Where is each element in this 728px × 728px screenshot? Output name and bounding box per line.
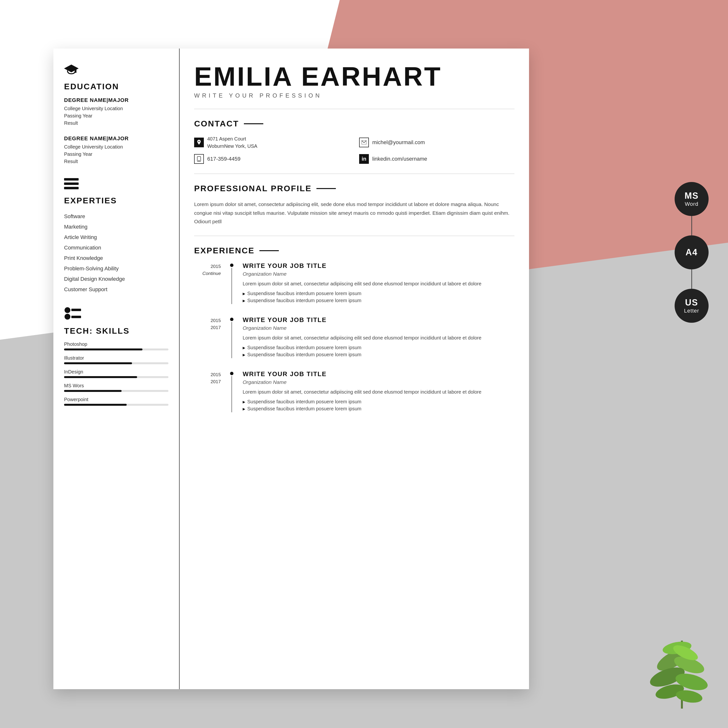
exp-3-bullet-1: Suspendisse faucibus interdum posuere lo… bbox=[243, 398, 514, 405]
skill-photoshop-fill bbox=[64, 349, 142, 350]
tech-skills-title: TECH: SKILLS bbox=[64, 326, 168, 336]
exp-1-timeline bbox=[228, 262, 236, 304]
exp-1-line bbox=[231, 268, 232, 304]
exp-3-org: Organization Name bbox=[243, 379, 514, 385]
expertise-icon bbox=[64, 177, 168, 193]
exp-1-date: 2015 Continue bbox=[194, 262, 221, 304]
exp-1-org: Organization Name bbox=[243, 271, 514, 277]
experience-entry-1: 2015 Continue WRITE YOUR JOB TITLE Organ… bbox=[194, 262, 514, 304]
exp-1-bullet-2: Suspendisse faucibus interdum posuere lo… bbox=[243, 297, 514, 304]
contact-linkedin-text: linkedin.com/username bbox=[372, 156, 427, 162]
badges-column: MS Word A4 US Letter bbox=[674, 182, 708, 323]
degree-1-year: Passing Year bbox=[64, 112, 168, 119]
svg-rect-8 bbox=[71, 316, 81, 318]
degree-2-name: DEGREE NAME|MAJOR bbox=[64, 135, 168, 142]
exp-2-title: WRITE YOUR JOB TITLE bbox=[243, 316, 514, 324]
expertise-item-1: Software bbox=[64, 211, 168, 222]
svg-rect-7 bbox=[71, 309, 81, 311]
skill-powerpoint-label: Powerpoint bbox=[64, 397, 168, 402]
skill-photoshop: Photoshop bbox=[64, 341, 168, 350]
exp-3-dot bbox=[230, 372, 234, 375]
svg-rect-3 bbox=[64, 182, 79, 185]
skill-msword-fill bbox=[64, 390, 122, 392]
degree-2-result: Result bbox=[64, 158, 168, 165]
skill-indesign-fill bbox=[64, 376, 137, 378]
expertise-item-5: Print Knowledge bbox=[64, 253, 168, 263]
skill-powerpoint: Powerpoint bbox=[64, 397, 168, 406]
exp-2-date: 2015 2017 bbox=[194, 316, 221, 358]
divider-1 bbox=[194, 109, 514, 109]
exp-2-line bbox=[231, 322, 232, 358]
experience-title: EXPERIENCE bbox=[194, 246, 514, 255]
address-icon bbox=[194, 138, 204, 147]
plant-decoration bbox=[641, 616, 723, 708]
degree-1-location: College University Location bbox=[64, 105, 168, 112]
badge-us-letter: US Letter bbox=[674, 289, 708, 323]
expertise-item-4: Communication bbox=[64, 242, 168, 253]
badge-ms-word: MS Word bbox=[674, 182, 708, 216]
skill-illustrator-bar bbox=[64, 362, 168, 364]
skill-illustrator-fill bbox=[64, 362, 132, 364]
contact-address-text: 4071 Aspen Court WoburnNew York, USA bbox=[207, 135, 257, 150]
profile-section: PROFESSIONAL PROFILE Lorem ipsum dolor s… bbox=[194, 184, 514, 226]
skill-msword-label: MS Wors bbox=[64, 383, 168, 388]
exp-3-bullet-2: Suspendisse faucibus interdum posuere lo… bbox=[243, 405, 514, 412]
exp-2-desc: Lorem ipsum dolor sit amet, consectetur … bbox=[243, 334, 514, 342]
profile-text: Lorem ipsum dolor sit amet, consectetur … bbox=[194, 200, 514, 226]
exp-3-date: 2015 2017 bbox=[194, 370, 221, 412]
resume-card: EDUCATION DEGREE NAME|MAJOR College Univ… bbox=[54, 49, 529, 689]
education-icon bbox=[64, 63, 168, 79]
linkedin-icon: in bbox=[359, 154, 369, 164]
expertise-item-3: Article Writing bbox=[64, 232, 168, 242]
expertise-list: Software Marketing Article Writing Commu… bbox=[64, 211, 168, 295]
profile-title-line bbox=[317, 188, 336, 189]
exp-1-desc: Lorem ipsum dolor sit amet, consectetur … bbox=[243, 280, 514, 288]
exp-3-desc: Lorem ipsum dolor sit amet, consectetur … bbox=[243, 388, 514, 396]
skill-powerpoint-bar bbox=[64, 404, 168, 406]
contact-section: CONTACT 4071 Aspen Court WoburnNew York,… bbox=[194, 119, 514, 164]
expertise-section: EXPERTIES Software Marketing Article Wri… bbox=[64, 177, 168, 295]
email-icon bbox=[359, 138, 369, 147]
exp-3-bullets: Suspendisse faucibus interdum posuere lo… bbox=[243, 398, 514, 412]
exp-2-bullet-1: Suspendisse faucibus interdum posuere lo… bbox=[243, 344, 514, 351]
candidate-profession: WRITE YOUR PROFESSION bbox=[194, 92, 514, 99]
divider-3 bbox=[194, 236, 514, 236]
contact-phone-item: 617-359-4459 bbox=[194, 154, 349, 164]
skill-photoshop-label: Photoshop bbox=[64, 341, 168, 347]
exp-1-bullets: Suspendisse faucibus interdum posuere lo… bbox=[243, 290, 514, 304]
exp-3-timeline bbox=[228, 370, 236, 412]
sidebar: EDUCATION DEGREE NAME|MAJOR College Univ… bbox=[54, 49, 180, 689]
degree-1-name: DEGREE NAME|MAJOR bbox=[64, 97, 168, 103]
skill-illustrator-label: Illustrator bbox=[64, 355, 168, 361]
tech-skills-icon bbox=[64, 307, 168, 323]
degree-1-result: Result bbox=[64, 119, 168, 127]
experience-entry-3: 2015 2017 WRITE YOUR JOB TITLE Organizat… bbox=[194, 370, 514, 412]
profile-title: PROFESSIONAL PROFILE bbox=[194, 184, 514, 193]
badge-connector-1 bbox=[691, 216, 692, 236]
skill-indesign: InDesign bbox=[64, 369, 168, 378]
contact-address-item: 4071 Aspen Court WoburnNew York, USA bbox=[194, 135, 349, 150]
education-title: EDUCATION bbox=[64, 82, 168, 91]
contact-email-item: michel@yourmail.com bbox=[359, 135, 514, 150]
experience-title-line bbox=[259, 250, 279, 251]
exp-2-timeline bbox=[228, 316, 236, 358]
contact-phone-text: 617-359-4459 bbox=[207, 156, 240, 162]
skill-photoshop-bar bbox=[64, 349, 168, 350]
svg-rect-11 bbox=[198, 161, 200, 161]
expertise-item-8: Customer Support bbox=[64, 284, 168, 295]
skill-illustrator: Illustrator bbox=[64, 355, 168, 364]
exp-1-bullet-1: Suspendisse faucibus interdum posuere lo… bbox=[243, 290, 514, 297]
skill-indesign-bar bbox=[64, 376, 168, 378]
contact-title-line bbox=[244, 123, 263, 124]
exp-1-title: WRITE YOUR JOB TITLE bbox=[243, 262, 514, 269]
contact-email-text: michel@yourmail.com bbox=[372, 139, 425, 145]
phone-icon bbox=[194, 154, 204, 164]
exp-3-line bbox=[231, 376, 232, 412]
skill-msword: MS Wors bbox=[64, 383, 168, 392]
main-content: EMILIA EARHART WRITE YOUR PROFESSION CON… bbox=[180, 49, 529, 689]
svg-point-6 bbox=[64, 314, 70, 320]
experience-section: EXPERIENCE 2015 Continue WRITE YOUR JOB … bbox=[194, 246, 514, 412]
exp-1-body: WRITE YOUR JOB TITLE Organization Name L… bbox=[243, 262, 514, 304]
expertise-item-2: Marketing bbox=[64, 222, 168, 232]
divider-2 bbox=[194, 173, 514, 174]
